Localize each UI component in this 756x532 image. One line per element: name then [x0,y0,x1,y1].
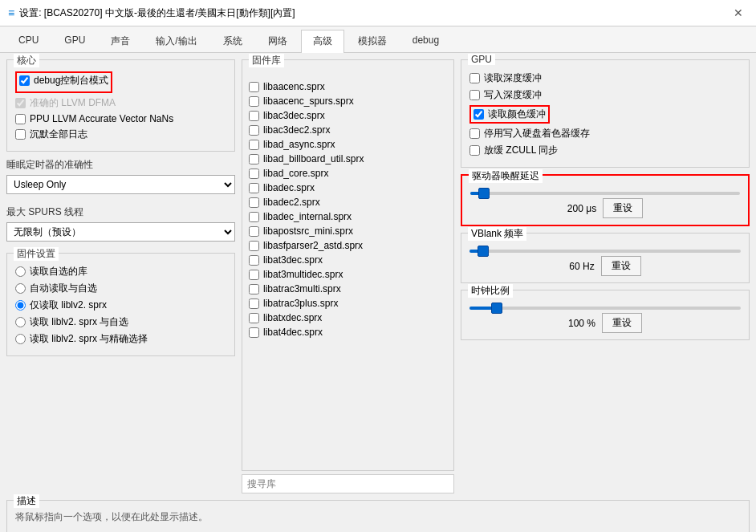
fw-item-check[interactable] [249,82,259,92]
fw-item-check[interactable] [249,169,259,179]
list-item: libat3multidec.sprx [242,267,453,282]
fw-item-check[interactable] [249,270,259,280]
fw-item-label: libadec.sprx [263,182,315,193]
gpu-read-color-checkbox[interactable] [474,109,484,120]
search-input[interactable] [247,478,449,489]
close-button[interactable]: ✕ [729,5,748,21]
fw-item-check[interactable] [249,284,259,294]
silent-log-checkbox[interactable] [15,129,26,140]
tab-io[interactable]: 输入/输出 [144,30,209,52]
fw-item-check[interactable] [249,226,259,237]
fw-item-check[interactable] [249,140,259,150]
fw-radio-input-2[interactable] [15,300,26,311]
debug-console-label: debug控制台模式 [34,74,108,87]
fw-item-check[interactable] [249,255,259,266]
vblank-title: VBlank 频率 [468,227,526,241]
gpu-read-color-highlighted: 读取颜色缓冲 [469,105,550,124]
tab-advanced[interactable]: 高级 [301,30,344,53]
list-item: libadec.sprx [242,181,453,195]
tab-debug[interactable]: debug [400,30,451,52]
ppu-llvm-label: PPU LLVM Accurate Vector NaNs [30,113,173,124]
core-group: 核心 debug控制台模式 准确的 LLVM DFMA PPU LLVM Acc… [6,59,235,152]
vblank-track[interactable] [469,250,741,253]
clock-scale-value: 100 % [568,318,595,329]
tab-system[interactable]: 系统 [211,30,254,52]
fw-item-check[interactable] [249,154,259,164]
fw-item-label: libat3multidec.sprx [263,269,343,280]
fw-item-label: libadec_internal.sprx [263,211,352,222]
debug-console-checkbox[interactable] [19,75,30,86]
clock-scale-reset[interactable]: 重设 [602,313,642,333]
fw-radio-label-2: 仅读取 liblv2. sprx [30,298,107,312]
tab-gpu[interactable]: GPU [52,30,97,52]
fw-radio-label-3: 读取 liblv2. sprx 与自选 [30,315,128,329]
fw-radio-4: 读取 liblv2. sprx 与精确选择 [15,332,226,346]
fw-item-check[interactable] [249,197,259,208]
firmware-list: libaacenc.sprx libaacenc_spurs.sprx liba… [242,76,453,470]
spurs-select[interactable]: 无限制（预设） [6,222,235,242]
fw-radio-input-0[interactable] [15,266,26,277]
list-item: libatxdec.sprx [242,311,453,325]
gpu-disable-shader-label: 停用写入硬盘着色器缓存 [484,127,590,140]
vblank-value: 60 Hz [569,261,594,272]
driver-wakeup-track[interactable] [470,192,740,195]
fw-radio-input-4[interactable] [15,334,26,344]
tab-network[interactable]: 网络 [256,30,299,52]
gpu-read-color-label: 读取颜色缓冲 [488,108,546,121]
main-content: 核心 debug控制台模式 准确的 LLVM DFMA PPU LLVM Acc… [0,53,756,500]
list-item: libac3dec.sprx [242,108,453,123]
tab-sound[interactable]: 声音 [99,30,142,52]
gpu-zcull-checkbox[interactable] [469,145,480,156]
tab-emulator[interactable]: 模拟器 [346,30,399,52]
fw-item-check[interactable] [249,327,259,338]
list-item: libat3dec.sprx [242,253,453,267]
fw-radio-label-4: 读取 liblv2. sprx 与精确选择 [30,332,148,346]
list-item: libad_billboard_util.sprx [242,152,453,166]
fw-item-check[interactable] [249,183,259,193]
left-panel: 核心 debug控制台模式 准确的 LLVM DFMA PPU LLVM Acc… [6,59,235,493]
gpu-group-title: GPU [468,54,495,65]
gpu-read-depth-label: 读取深度缓冲 [484,71,542,85]
sleep-timer-select[interactable]: Usleep Only [6,175,235,194]
clock-scale-title: 时钟比例 [468,284,513,298]
list-item: libaacenc_spurs.sprx [242,94,453,108]
right-panel: GPU 读取深度缓冲 写入深度缓冲 读取颜色缓冲 停用写入硬盘着色器缓存 放缓 … [461,59,750,493]
gpu-read-depth-checkbox[interactable] [469,73,480,83]
fw-item-check[interactable] [249,298,259,309]
fw-radio-input-3[interactable] [15,317,26,327]
vblank-reset[interactable]: 重设 [601,256,641,276]
fw-item-check[interactable] [249,313,259,323]
app-icon: ≡ [8,6,14,19]
tab-cpu[interactable]: CPU [6,30,51,52]
fw-item-check[interactable] [249,241,259,251]
fw-radio-label-1: 自动读取与自选 [30,282,97,295]
vblank-thumb[interactable] [478,246,489,257]
gpu-group: GPU 读取深度缓冲 写入深度缓冲 读取颜色缓冲 停用写入硬盘着色器缓存 放缓 … [461,59,750,168]
llvm-dfma-checkbox[interactable] [15,98,26,108]
fw-item-check[interactable] [249,96,259,107]
fw-item-label: libad_core.sprx [263,168,328,179]
middle-panel: 固件库 libaacenc.sprx libaacenc_spurs.sprx … [242,59,454,493]
fw-item-label: libatrac3multi.sprx [263,283,341,294]
fw-radio-input-1[interactable] [15,283,26,294]
list-item: libatrac3multi.sprx [242,282,453,296]
driver-wakeup-group: 驱动器唤醒延迟 200 μs 重设 [461,174,750,226]
silent-log-label: 沉默全部日志 [30,128,87,141]
fw-item-check[interactable] [249,125,259,136]
clock-scale-thumb[interactable] [491,303,502,314]
driver-wakeup-reset[interactable]: 重设 [603,198,643,218]
fw-item-label: libatxdec.sprx [263,312,322,323]
ppu-llvm-checkbox[interactable] [15,114,26,124]
gpu-write-depth-checkbox[interactable] [469,90,480,100]
driver-wakeup-thumb[interactable] [478,188,490,199]
clock-scale-track[interactable] [469,307,741,310]
debug-console-row: debug控制台模式 [19,74,108,87]
gpu-disable-shader-checkbox[interactable] [469,128,480,139]
fw-item-check[interactable] [249,212,259,222]
fw-item-check[interactable] [249,111,259,121]
fw-item-label: libat4dec.sprx [263,327,323,338]
driver-wakeup-value: 200 μs [567,203,596,214]
fw-item-label: libaacenc.sprx [263,81,325,92]
firmware-settings-group: 固件设置 读取自选的库 自动读取与自选 仅读取 liblv2. sprx 读取 … [6,253,235,356]
list-item: libac3dec2.sprx [242,123,453,137]
